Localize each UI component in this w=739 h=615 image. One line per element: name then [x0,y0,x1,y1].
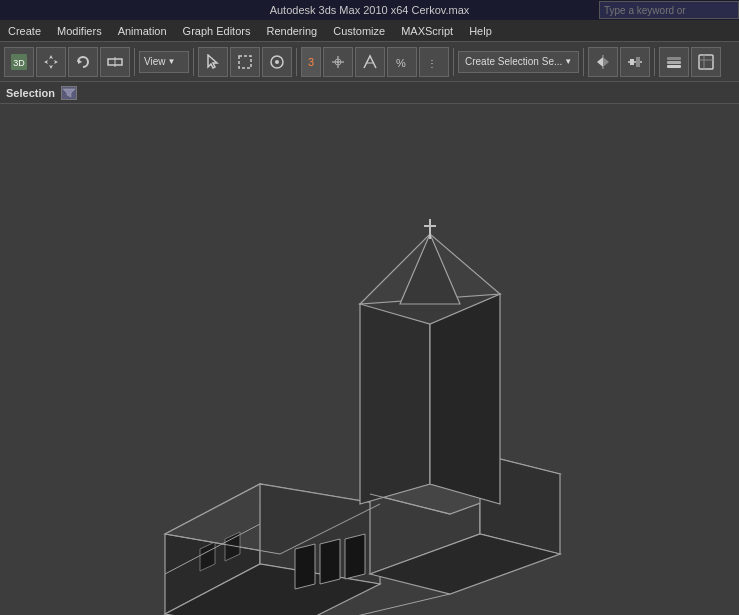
svg-marker-18 [597,57,603,67]
svg-marker-2 [49,55,53,69]
view-dropdown[interactable]: View ▼ [139,51,189,73]
scene-btn[interactable] [691,47,721,77]
view-dropdown-label: View [144,56,166,67]
svg-text:⋮: ⋮ [427,58,437,69]
svg-rect-24 [667,61,681,64]
menu-graph-editors[interactable]: Graph Editors [175,20,259,42]
selection-label: Selection [6,87,55,99]
rotate-tool-btn[interactable] [68,47,98,77]
menu-modifiers[interactable]: Modifiers [49,20,110,42]
separator-1 [134,48,135,76]
svg-marker-19 [603,57,609,67]
angle-snap-btn[interactable] [355,47,385,77]
select-region-btn[interactable] [230,47,260,77]
menu-animation[interactable]: Animation [110,20,175,42]
search-input[interactable] [599,1,739,19]
svg-text:3D: 3D [13,58,25,68]
svg-rect-21 [630,59,634,65]
svg-marker-3 [44,60,58,64]
svg-marker-29 [63,89,75,97]
layer-btn[interactable] [659,47,689,77]
separator-5 [583,48,584,76]
selection-bar: Selection [0,82,739,104]
selection-filter-icon[interactable] [61,86,77,100]
separator-6 [654,48,655,76]
svg-rect-23 [667,57,681,60]
create-selection-label: Create Selection Se... [465,56,562,67]
select-btn[interactable] [198,47,228,77]
align-btn[interactable] [620,47,650,77]
separator-3 [296,48,297,76]
svg-rect-26 [699,55,713,69]
move-tool-btn[interactable] [36,47,66,77]
scale-tool-btn[interactable] [100,47,130,77]
menu-maxscript[interactable]: MAXScript [393,20,461,42]
paint-select-btn[interactable] [262,47,292,77]
svg-marker-4 [78,59,82,64]
mirror-btn[interactable] [588,47,618,77]
menu-help[interactable]: Help [461,20,500,42]
percent-snap-btn[interactable]: % [387,47,417,77]
spinner-snap-btn[interactable]: ⋮ [419,47,449,77]
num-indicator: 3 [301,47,321,77]
separator-2 [193,48,194,76]
create-selection-arrow: ▼ [564,57,572,66]
svg-text:%: % [396,57,406,69]
svg-marker-7 [208,55,217,68]
svg-rect-8 [239,56,251,68]
dropdown-arrow-icon: ▼ [168,57,176,66]
toolbar: 3D View ▼ [0,42,739,82]
menu-create[interactable]: Create [0,20,49,42]
menu-rendering[interactable]: Rendering [258,20,325,42]
create-selection-btn[interactable]: Create Selection Se... ▼ [458,51,579,73]
separator-4 [453,48,454,76]
church-scene [0,104,739,615]
svg-rect-25 [667,65,681,68]
svg-rect-22 [636,57,640,67]
snap-toggle-btn[interactable] [323,47,353,77]
app-icon-btn[interactable]: 3D [4,47,34,77]
title-bar: Autodesk 3ds Max 2010 x64 Cerkov.max [0,0,739,20]
menu-customize[interactable]: Customize [325,20,393,42]
svg-point-10 [275,60,279,64]
app-title: Autodesk 3ds Max 2010 x64 Cerkov.max [270,4,470,16]
viewport[interactable]: (function() { const canvas = document.ge… [0,104,739,615]
menu-bar: Create Modifiers Animation Graph Editors… [0,20,739,42]
